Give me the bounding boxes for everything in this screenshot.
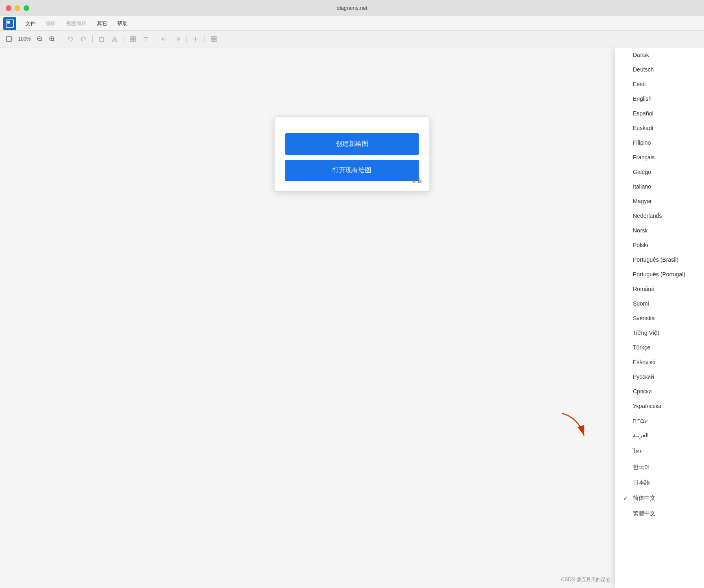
lang-item-francais[interactable]: Français — [615, 150, 704, 165]
svg-rect-0 — [7, 37, 11, 41]
zoom-in-btn[interactable] — [46, 33, 58, 45]
canvas-area: 创建新绘图 打开现有绘图 语 言 Dansk Deutsch Eesti Eng… — [0, 48, 704, 588]
open-existing-btn[interactable]: 打开现有绘图 — [285, 160, 419, 181]
svg-rect-26 — [214, 39, 216, 41]
svg-rect-8 — [100, 38, 104, 41]
arrow-right-btn[interactable] — [172, 33, 183, 45]
svg-rect-23 — [211, 37, 213, 39]
delete-btn[interactable] — [96, 33, 107, 45]
maximize-button[interactable] — [24, 5, 29, 11]
lang-item-pt-brasil[interactable]: Português (Brasil) — [615, 252, 704, 267]
lang-item-ukrainian[interactable]: Українська — [615, 399, 704, 413]
menu-other[interactable]: 其它 — [93, 18, 111, 29]
svg-point-12 — [115, 40, 117, 41]
toolbar-sep-6 — [204, 35, 205, 43]
logo-icon — [6, 20, 14, 28]
toolbar-sep-2 — [92, 35, 93, 43]
plus-btn[interactable] — [190, 33, 201, 45]
svg-rect-14 — [133, 37, 135, 39]
svg-point-11 — [112, 40, 114, 41]
lang-item-deutsch[interactable]: Deutsch — [615, 62, 704, 77]
toolbar-page-btn[interactable] — [3, 33, 15, 45]
watermark-text: CSDN @五月天的昆仑 — [561, 576, 611, 583]
lang-item-russian[interactable]: Русский — [615, 369, 704, 384]
text-btn[interactable] — [140, 33, 152, 45]
menu-view[interactable]: 视图编辑 — [62, 18, 91, 29]
lang-item-svenska[interactable]: Svenska — [615, 311, 704, 325]
start-dialog: 创建新绘图 打开现有绘图 语 言 — [275, 117, 429, 191]
svg-rect-16 — [133, 39, 135, 41]
grid-btn[interactable] — [208, 33, 219, 45]
zoom-out-btn[interactable] — [34, 33, 46, 45]
lang-item-simplified-chinese[interactable]: ✓ 简体中文 — [615, 490, 704, 506]
lang-item-thai[interactable]: ไทย — [615, 443, 704, 460]
lang-item-polski[interactable]: Polski — [615, 238, 704, 252]
toolbar-sep-4 — [155, 35, 155, 43]
window-title: diagrams.net — [337, 5, 367, 11]
lang-item-turkce[interactable]: Türkçe — [615, 340, 704, 355]
menu-file[interactable]: 文件 — [21, 18, 40, 29]
menu-help[interactable]: 帮助 — [113, 18, 132, 29]
lang-item-korean[interactable]: 한국어 — [615, 460, 704, 475]
lang-item-suomi[interactable]: Suomi — [615, 296, 704, 311]
svg-rect-24 — [214, 37, 216, 39]
language-dropdown[interactable]: Dansk Deutsch Eesti English Español Eusk… — [615, 48, 704, 588]
toolbar: 100% — [0, 31, 704, 47]
arrow-left-btn[interactable] — [159, 33, 170, 45]
lang-item-hebrew[interactable]: עברית — [615, 413, 704, 428]
toolbar-sep-3 — [124, 35, 124, 43]
svg-line-7 — [53, 40, 54, 41]
minimize-button[interactable] — [15, 5, 20, 11]
lang-item-traditional-chinese[interactable]: 繁體中文 — [615, 506, 704, 521]
lang-item-italiano[interactable]: Italiano — [615, 179, 704, 194]
format-btn[interactable] — [127, 33, 139, 45]
lang-item-dansk[interactable]: Dansk — [615, 48, 704, 62]
toolbar-zoom-group — [34, 33, 58, 45]
lang-item-galego[interactable]: Galego — [615, 165, 704, 179]
window-controls[interactable] — [6, 5, 29, 11]
language-label[interactable]: 语 言 — [411, 178, 422, 184]
lang-item-magyar[interactable]: Magyar — [615, 194, 704, 208]
app-logo — [3, 17, 16, 30]
toolbar-sep-5 — [186, 35, 187, 43]
close-button[interactable] — [6, 5, 11, 11]
titlebar: diagrams.net — [0, 0, 704, 16]
svg-rect-13 — [130, 37, 133, 39]
lang-item-greek[interactable]: Ελληνικά — [615, 355, 704, 369]
lang-item-arabic[interactable]: العربية — [615, 428, 704, 443]
lang-item-english[interactable]: English — [615, 91, 704, 106]
lang-item-espanol[interactable]: Español — [615, 106, 704, 121]
lang-item-filipino[interactable]: Filipino — [615, 135, 704, 150]
zoom-level: 100% — [16, 36, 33, 42]
lang-item-eesti[interactable]: Eesti — [615, 77, 704, 91]
lang-item-romana[interactable]: Română — [615, 282, 704, 296]
toolbar-page-group — [3, 33, 15, 45]
arrow-annotation — [554, 409, 594, 442]
lang-item-japanese[interactable]: 日本語 — [615, 475, 704, 490]
toolbar-sep-1 — [61, 35, 61, 43]
lang-item-euskadi[interactable]: Euskadi — [615, 121, 704, 135]
lang-item-nederlands[interactable]: Nederlands — [615, 208, 704, 223]
menubar: 文件 编辑 视图编辑 其它 帮助 — [0, 16, 704, 31]
svg-line-3 — [41, 40, 42, 41]
lang-item-norsk[interactable]: Norsk — [615, 223, 704, 238]
lang-item-serbian[interactable]: Српски — [615, 384, 704, 399]
lang-item-tieng-viet[interactable]: Tiếng Việt — [615, 325, 704, 340]
menu-edit[interactable]: 编辑 — [41, 18, 60, 29]
cut-btn[interactable] — [109, 33, 120, 45]
undo-btn[interactable] — [65, 33, 76, 45]
redo-btn[interactable] — [78, 33, 89, 45]
lang-item-pt-portugal[interactable]: Português (Portugal) — [615, 267, 704, 282]
svg-rect-25 — [211, 39, 213, 41]
svg-rect-15 — [130, 39, 133, 41]
create-new-btn[interactable]: 创建新绘图 — [285, 133, 419, 155]
